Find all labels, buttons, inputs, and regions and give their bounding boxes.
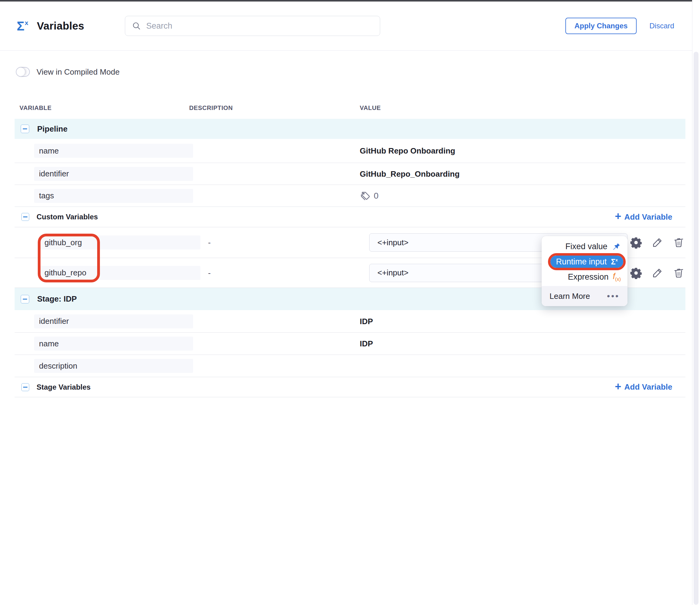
compiled-mode-toggle[interactable] — [16, 67, 30, 77]
menu-item-expression[interactable]: Expression f(x) — [561, 271, 627, 283]
row-actions — [630, 267, 685, 279]
search-input[interactable] — [146, 21, 372, 31]
ellipsis-icon[interactable]: ••• — [607, 291, 620, 301]
variable-value: IDP — [360, 339, 373, 349]
variable-description: - — [208, 268, 211, 278]
variable-label: identifier — [39, 317, 69, 326]
learn-more-link[interactable]: Learn More — [550, 292, 590, 301]
add-variable-button[interactable]: + Add Variable — [613, 382, 674, 393]
variable-label-pill: identifier — [34, 167, 193, 181]
section-title-pipeline: Pipeline — [37, 124, 68, 134]
search-box[interactable] — [125, 16, 380, 36]
pencil-icon — [652, 237, 663, 248]
variable-label-pill: description — [34, 359, 193, 373]
variable-label: github_repo — [45, 268, 86, 278]
trash-icon — [673, 267, 684, 279]
section-title-stage: Stage: IDP — [37, 294, 77, 304]
settings-button[interactable] — [630, 267, 642, 279]
menu-item-fixed-value[interactable]: Fixed value — [559, 241, 627, 253]
pencil-icon — [652, 267, 663, 279]
menu-item-runtime-input[interactable]: Runtime input Σx — [550, 256, 623, 268]
section-header-pipeline: Pipeline — [15, 119, 685, 139]
variable-value: IDP — [360, 317, 373, 326]
variable-label: tags — [39, 191, 54, 200]
plus-icon: + — [615, 381, 621, 392]
collapse-icon-stage[interactable] — [21, 295, 29, 303]
scrollbar-thumb[interactable] — [694, 52, 698, 605]
variable-label: identifier — [39, 169, 69, 178]
settings-button[interactable] — [630, 236, 642, 249]
variable-label-pill: name — [34, 337, 193, 351]
compiled-mode-label: View in Compiled Mode — [36, 67, 120, 77]
delete-button[interactable] — [673, 236, 685, 249]
section-title-custom-variables: Custom Variables — [36, 212, 98, 221]
value-type-menu: Fixed value Runtime input Σx Expression … — [542, 236, 627, 306]
variable-label-pill: name — [34, 144, 193, 158]
variable-label: github_org — [45, 238, 82, 247]
variable-description: - — [208, 238, 211, 247]
section-header-stage-variables: Stage Variables + Add Variable — [15, 377, 685, 397]
row-actions — [630, 236, 685, 249]
variable-label: name — [39, 339, 59, 349]
column-header-description: DESCRIPTION — [189, 104, 233, 111]
tag-icon — [360, 191, 371, 201]
apply-changes-button[interactable]: Apply Changes — [565, 18, 636, 34]
value-type-menu-items: Fixed value Runtime input Σx Expression … — [542, 236, 627, 286]
table-row-stage-description: description — [15, 355, 685, 377]
variable-value: GitHub Repo Onboarding — [360, 146, 455, 156]
variable-label-pill: tags — [34, 189, 193, 203]
variable-label-pill: identifier — [34, 314, 193, 328]
pin-icon — [612, 242, 621, 251]
variables-panel: Σx Variables Apply Changes Discard View … — [0, 0, 700, 605]
tag-count: 0 — [374, 191, 379, 201]
collapse-icon-custom-variables[interactable] — [21, 213, 29, 221]
scrollbar[interactable] — [692, 2, 700, 605]
variable-label: name — [39, 146, 59, 156]
annotation-ring: Runtime input Σx — [548, 253, 626, 270]
edit-button[interactable] — [651, 236, 664, 249]
table-row-pipeline-name: name GitHub Repo Onboarding — [15, 139, 685, 163]
trash-icon — [673, 237, 684, 248]
discard-button[interactable]: Discard — [649, 22, 674, 30]
add-variable-button[interactable]: + Add Variable — [613, 212, 674, 222]
search-icon — [132, 21, 141, 31]
section-title-stage-variables: Stage Variables — [36, 383, 91, 392]
plus-icon: + — [615, 211, 621, 222]
column-header-variable: VARIABLE — [20, 104, 52, 111]
table-row-stage-identifier: identifier IDP — [15, 310, 685, 333]
sigma-icon: Σx — [611, 257, 618, 266]
table-row-stage-name: name IDP — [15, 333, 685, 355]
panel-header: Σx Variables Apply Changes Discard — [0, 2, 692, 51]
variable-label: description — [39, 361, 77, 371]
delete-button[interactable] — [673, 267, 685, 279]
learn-more-row[interactable]: Learn More ••• — [542, 286, 627, 306]
tags-value: 0 — [360, 191, 379, 201]
page-title: Variables — [37, 20, 84, 32]
column-header-value: VALUE — [360, 104, 381, 111]
table-row-pipeline-identifier: identifier GitHub_Repo_Onboarding — [15, 163, 685, 185]
sigma-variables-icon: Σx — [17, 20, 28, 32]
table-row-pipeline-tags: tags 0 — [15, 185, 685, 207]
variable-label-pill: github_repo — [39, 266, 200, 280]
edit-button[interactable] — [651, 267, 664, 279]
collapse-icon-stage-variables[interactable] — [21, 383, 29, 391]
variable-label-pill: github_org — [39, 235, 200, 250]
fx-icon: f(x) — [613, 272, 621, 282]
section-header-custom-variables: Custom Variables + Add Variable — [15, 207, 685, 227]
gear-icon — [630, 236, 642, 249]
gear-icon — [630, 267, 642, 279]
variable-value: GitHub_Repo_Onboarding — [360, 169, 460, 178]
compiled-mode-row: View in Compiled Mode — [16, 67, 120, 77]
toggle-knob — [16, 67, 25, 76]
table-header-row: VARIABLE DESCRIPTION VALUE — [15, 97, 685, 119]
collapse-icon-pipeline[interactable] — [21, 125, 29, 133]
